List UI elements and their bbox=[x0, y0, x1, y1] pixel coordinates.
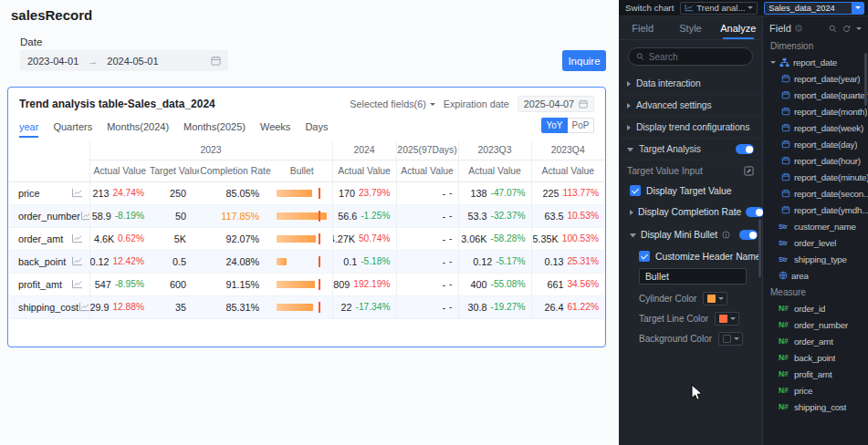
mini-bullet-toggle[interactable] bbox=[739, 230, 758, 240]
chart-line-icon[interactable] bbox=[78, 302, 89, 312]
settings-panel: FieldStyleAnalyze Data interactionAdvanc… bbox=[619, 16, 763, 445]
field-report-date-ymdh[interactable]: report_date(ymdh... bbox=[763, 202, 868, 218]
field-profit-amt[interactable]: N#profit_amt bbox=[763, 366, 868, 382]
tab-style[interactable]: Style bbox=[666, 16, 714, 39]
tab-field[interactable]: Field bbox=[619, 16, 666, 39]
field-order-id[interactable]: N#order_id bbox=[763, 300, 868, 316]
tab-months-2024[interactable]: Months(2024) bbox=[107, 121, 169, 138]
target-value: 5K bbox=[150, 227, 199, 250]
field-report-date-minute[interactable]: report_date(minute) bbox=[763, 169, 868, 185]
target-value: 50 bbox=[150, 204, 199, 227]
expiration-date-picker[interactable]: 2025-04-07 bbox=[518, 96, 594, 112]
inquire-button[interactable]: Inquire bbox=[562, 50, 606, 71]
chart-line-icon[interactable] bbox=[80, 211, 89, 221]
tab-months-2025[interactable]: Months(2025) bbox=[183, 121, 246, 138]
chevron-down-icon[interactable] bbox=[856, 27, 862, 30]
field-order-level[interactable]: Strorder_level bbox=[763, 234, 868, 251]
trend-analysis-widget[interactable]: Trend analysis table-Sales_data_2024 Sel… bbox=[7, 87, 606, 347]
field-report-date-month[interactable]: report_date(month) bbox=[763, 103, 868, 119]
color-picker-dropdown[interactable] bbox=[715, 312, 739, 326]
settings-search[interactable] bbox=[628, 47, 753, 66]
search-icon[interactable] bbox=[829, 25, 837, 33]
field-area[interactable]: area bbox=[763, 267, 868, 284]
cell-change-pct: - bbox=[449, 302, 452, 312]
dataset-caret-button[interactable] bbox=[852, 3, 863, 14]
cell-value: - bbox=[442, 256, 445, 267]
tab-days[interactable]: Days bbox=[305, 121, 328, 138]
field-shipping-type[interactable]: Strshipping_type bbox=[763, 251, 868, 267]
chart-type-dropdown[interactable]: Trend anal... bbox=[680, 2, 758, 15]
checkbox-checked[interactable] bbox=[630, 185, 641, 196]
field-report-date-hour[interactable]: report_date(hour) bbox=[763, 152, 868, 169]
metric-name: back_point bbox=[18, 256, 66, 267]
number-field-icon: N# bbox=[779, 386, 790, 395]
cell-value: 58.9 bbox=[92, 211, 111, 222]
color-row-background-color: Background Color bbox=[619, 328, 762, 348]
metric-name: shipping_cost bbox=[18, 302, 78, 313]
field-back-point[interactable]: N#back_point bbox=[763, 349, 868, 366]
cell-value: 56.6 bbox=[338, 211, 357, 222]
field-report-date-year[interactable]: report_date(year) bbox=[763, 70, 868, 87]
display-completion-rate-row[interactable]: Display Completion Rate bbox=[619, 201, 762, 223]
search-input[interactable] bbox=[649, 52, 745, 62]
dataset-selector[interactable]: Sales_data_2024 bbox=[764, 2, 864, 15]
color-picker-dropdown[interactable] bbox=[703, 292, 727, 305]
field-customer-name[interactable]: Strcustomer_name bbox=[763, 218, 868, 234]
yoy-button[interactable]: YoY bbox=[541, 118, 568, 133]
tab-weeks[interactable]: Weeks bbox=[260, 121, 290, 138]
pop-button[interactable]: PoP bbox=[568, 118, 594, 133]
chevron-down-icon bbox=[730, 317, 736, 320]
target-value-input-row[interactable]: Target Value Input bbox=[619, 160, 762, 181]
date-start-value[interactable]: 2023-04-01 bbox=[27, 56, 78, 67]
display-mini-bullet-row[interactable]: Display Mini Bullet bbox=[619, 223, 762, 246]
chart-line-icon[interactable] bbox=[71, 188, 83, 198]
customize-header-row[interactable]: Customize Header Name bbox=[619, 246, 762, 266]
column-header: Completion Rate bbox=[199, 160, 272, 181]
selected-fields-dropdown[interactable]: Selected fields(6) bbox=[350, 98, 434, 109]
cell-change-pct: 12.42% bbox=[112, 256, 144, 266]
cell-change-pct: 25.31% bbox=[567, 256, 599, 266]
edit-icon[interactable] bbox=[744, 166, 754, 176]
field-report-date-quarter[interactable]: report_date(quarter) bbox=[763, 87, 868, 103]
completion-rate-toggle[interactable] bbox=[746, 207, 764, 217]
scrollbar-thumb[interactable] bbox=[864, 53, 867, 106]
section-advanced-settings[interactable]: Advanced settings bbox=[619, 95, 762, 117]
cell-value: - bbox=[442, 188, 445, 199]
field-report-date-secon[interactable]: report_date(secon... bbox=[763, 185, 868, 202]
field-order-number[interactable]: N#order_number bbox=[763, 316, 868, 333]
chart-line-icon[interactable] bbox=[71, 256, 83, 266]
bullet-cell bbox=[272, 295, 332, 318]
field-order-amt[interactable]: N#order_amt bbox=[763, 333, 868, 349]
bullet-target-line bbox=[319, 233, 320, 244]
cell-value: 213 bbox=[92, 188, 109, 199]
refresh-icon[interactable] bbox=[842, 25, 851, 33]
scrollbar-thumb[interactable] bbox=[758, 219, 761, 277]
field-price[interactable]: N#price bbox=[763, 382, 868, 398]
date-end-value[interactable]: 2024-05-01 bbox=[107, 56, 158, 67]
display-target-value-row[interactable]: Display Target Value bbox=[619, 181, 762, 201]
checkbox-checked[interactable] bbox=[639, 251, 650, 262]
field-report-date-day[interactable]: report_date(day) bbox=[763, 136, 868, 152]
chart-line-icon[interactable] bbox=[71, 233, 83, 243]
section-target-analysis[interactable]: Target Analysis bbox=[619, 139, 762, 160]
tab-year[interactable]: year bbox=[19, 121, 38, 138]
chevron-down-icon[interactable] bbox=[770, 61, 776, 64]
chart-line-icon[interactable] bbox=[71, 279, 83, 289]
trend-table: 202320242025(97Days)2023Q32023Q4Actual V… bbox=[9, 141, 604, 319]
date-range-arrow: → bbox=[88, 56, 98, 67]
field-report-date[interactable]: report_date bbox=[763, 54, 868, 70]
cell-value: 225 bbox=[543, 188, 559, 199]
field-shipping-cost[interactable]: N#shipping_cost bbox=[763, 398, 868, 415]
section-display-trend-configurations[interactable]: Display trend configurations bbox=[619, 117, 762, 139]
column-header: Actual Value bbox=[89, 160, 150, 181]
field-report-date-week[interactable]: report_date(week) bbox=[763, 119, 868, 136]
header-name-input[interactable] bbox=[639, 268, 747, 285]
date-range-picker[interactable]: 2023-04-01 → 2024-05-01 bbox=[20, 50, 228, 71]
tab-quarters[interactable]: Quarters bbox=[53, 121, 92, 138]
date-field-icon bbox=[781, 172, 790, 181]
section-data-interaction[interactable]: Data interaction bbox=[619, 73, 762, 95]
target-analysis-toggle[interactable] bbox=[736, 144, 754, 154]
color-picker-dropdown[interactable] bbox=[718, 332, 743, 346]
calendar-icon[interactable] bbox=[211, 56, 221, 66]
tab-analyze[interactable]: Analyze bbox=[715, 16, 762, 39]
